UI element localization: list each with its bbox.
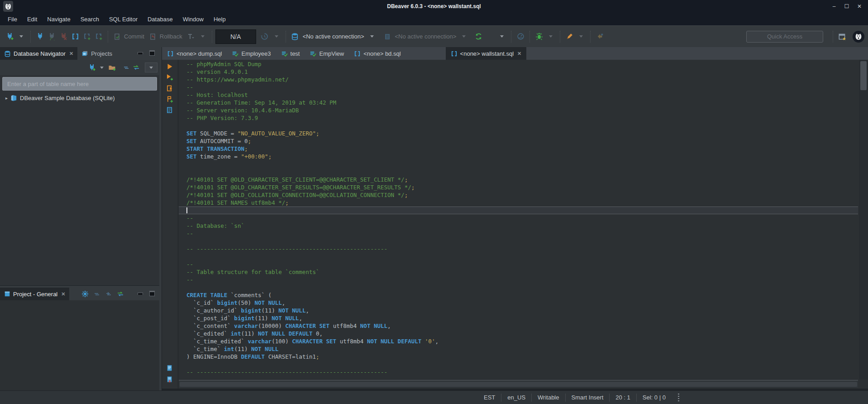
menu-item-window[interactable]: Window [178,14,209,24]
new-connection-dropdown[interactable] [15,30,27,43]
tab-project-general[interactable]: Project - General ✕ [0,288,69,300]
tree-item-label: DBeaver Sample Database (SQLite) [20,95,115,101]
compile-dropdown[interactable] [575,30,587,43]
transaction-isolation-combo[interactable]: N/A [215,29,256,44]
refresh-button[interactable] [472,30,484,43]
expand-all-button[interactable] [104,289,114,299]
status-bar-grip[interactable] [678,394,679,402]
close-icon[interactable]: ✕ [69,51,73,57]
execute-statement-new-tab-button[interactable] [166,73,174,81]
new-sql-editor-button[interactable] [81,30,93,43]
menu-item-search[interactable]: Search [76,14,104,24]
debug-button[interactable] [533,30,545,43]
transaction-log-dropdown[interactable] [271,30,282,43]
minimize-panel-icon[interactable] [138,293,143,295]
code-line: -- [179,260,858,268]
minimize-panel-icon[interactable] [138,52,143,54]
menu-item-help[interactable]: Help [209,14,231,24]
chevron-down-icon [149,67,153,69]
transaction-mode-dropdown[interactable] [197,30,209,43]
navigator-new-connection-button[interactable] [87,62,97,73]
connect-button[interactable] [34,30,46,43]
editor-tab-test[interactable]: test [276,47,305,60]
active-connection-combo[interactable]: <No active connection> [301,33,366,40]
editor-tab-empview[interactable]: EmpView [305,47,349,60]
window-close-button[interactable]: ✕ [854,2,864,11]
transaction-mode-icon[interactable] [185,30,197,43]
active-schema-dropdown[interactable] [458,30,470,43]
vertical-scrollbar-thumb[interactable] [860,61,867,90]
navigator-new-connection-dropdown[interactable] [97,62,107,73]
schema-icon [382,30,393,43]
close-icon[interactable]: ✕ [517,51,521,57]
dbeaver-logo[interactable] [853,31,864,43]
sql-editor-button[interactable] [69,30,81,43]
open-sql-console-button[interactable] [93,30,105,43]
table-filter-input[interactable] [2,77,157,91]
menu-item-sql-editor[interactable]: SQL Editor [104,14,143,24]
close-icon[interactable]: ✕ [61,291,65,297]
menu-item-database[interactable]: Database [143,14,178,24]
tab-database-navigator[interactable]: Database Navigator ✕ [0,47,77,60]
collapse-all-button[interactable] [121,62,131,73]
load-sql-script-button[interactable] [166,364,174,372]
status-writable: Writable [532,394,565,401]
code-line [179,122,858,130]
editor-tab-none-wallstant-sql[interactable]: <none> wallstant.sql✕ [446,47,527,60]
horizontal-scrollbar[interactable] [179,380,858,388]
rollback-icon[interactable] [147,30,159,43]
rollback-button[interactable]: Rollback [159,33,185,40]
menu-item-navigate[interactable]: Navigate [42,14,75,24]
maximize-panel-icon[interactable] [149,50,155,56]
active-schema-combo[interactable]: <No active connection> [393,33,458,40]
save-sql-script-button[interactable] [166,375,174,383]
execute-script-new-tab-button[interactable] [166,95,174,103]
transaction-log-icon[interactable] [259,30,271,43]
view-menu-button[interactable] [145,63,157,72]
table-result-icon [281,50,288,57]
back-history-button[interactable] [594,30,606,43]
disconnect-button[interactable] [57,30,69,43]
menu-item-edit[interactable]: Edit [22,14,42,24]
commit-button[interactable]: Commit [123,33,147,40]
execute-script-button[interactable] [166,84,174,92]
window-minimize-button[interactable]: – [829,2,839,11]
tab-projects[interactable]: Projects [77,47,116,60]
link-with-editor-button[interactable] [131,62,141,73]
link-with-editor-button[interactable] [115,289,125,299]
active-connection-dropdown[interactable] [366,30,378,43]
new-connection-button[interactable] [4,30,15,43]
collapse-all-button[interactable] [92,289,102,299]
sql-code-area[interactable]: -- phpMyAdmin SQL Dump-- version 4.9.0.1… [179,60,858,379]
explain-plan-button[interactable] [166,106,174,114]
configure-columns-button[interactable] [80,289,90,299]
new-project-folder-button[interactable] [107,62,117,73]
open-perspective-button[interactable] [836,30,848,43]
table-result-icon [310,50,316,57]
toolbar-separator [30,31,31,43]
editor-tab-none-dump-sql[interactable]: <none> dump.sql [162,47,227,60]
expand-arrow-icon[interactable]: ▸ [5,96,8,101]
quick-access-button[interactable]: Quick Access [746,31,823,43]
horizontal-scrollbar-thumb[interactable] [180,382,857,387]
refresh-dropdown[interactable] [496,30,508,43]
window-maximize-button[interactable]: ☐ [842,2,852,11]
vertical-scrollbar[interactable] [859,60,868,380]
tree-item-sample-database[interactable]: ▸ DBeaver Sample Database (SQLite) [0,93,159,102]
text-cursor [186,207,187,213]
reconnect-button[interactable] [46,30,57,43]
chevron-down-icon [19,35,23,38]
sql-editor: -- phpMyAdmin SQL Dump-- version 4.9.0.1… [162,60,868,390]
main-toolbar: Commit Rollback N/A <No active connectio… [0,25,868,47]
maximize-panel-icon[interactable] [149,291,155,296]
execute-statement-button[interactable] [166,63,174,70]
menu-item-file[interactable]: File [3,14,22,24]
editor-tab-employee3[interactable]: Employee3 [227,47,276,60]
compile-button[interactable] [563,30,575,43]
debug-dropdown[interactable] [545,30,557,43]
commit-icon[interactable] [111,30,123,43]
dashboard-button[interactable] [515,30,526,43]
code-line [179,361,858,368]
editor-tab-none-bd-sql[interactable]: <none> bd.sql [349,47,405,60]
tab-label: Database Navigator [14,50,66,57]
